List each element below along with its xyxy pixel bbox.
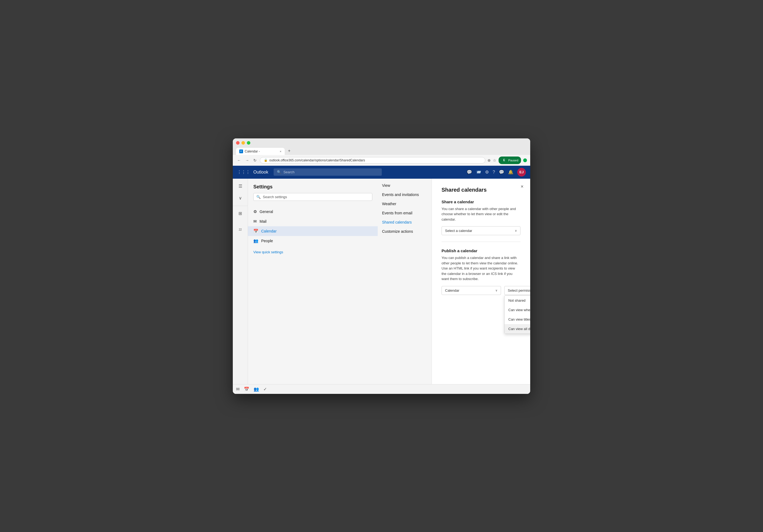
minimize-traffic-button[interactable] xyxy=(242,141,245,145)
sidebar-date: 22 xyxy=(239,228,242,231)
settings-nav: ⚙ General ✉ Mail 📅 Calendar xyxy=(248,205,378,248)
close-traffic-button[interactable] xyxy=(236,141,240,145)
paused-label: Paused xyxy=(508,159,518,162)
option-can-view-busy[interactable]: Can view when I'm busy xyxy=(504,305,530,315)
settings-nav-mail[interactable]: ✉ Mail xyxy=(248,217,378,226)
calendar-value: Calendar xyxy=(445,288,459,292)
subnav-events-from-email[interactable]: Events from email xyxy=(378,208,432,218)
outlook-header: ⋮⋮⋮ Outlook 🔍 Search 💬 📨 ⚙ ? 💬 🔔 EJ xyxy=(233,166,530,179)
paused-button[interactable]: E Paused xyxy=(498,157,521,164)
lock-icon: 🔒 xyxy=(264,159,268,162)
traffic-lights xyxy=(236,141,527,145)
sidebar-grid-icon[interactable]: ⊞ xyxy=(235,208,246,219)
share-calendar-section: Share a calendar You can share a calenda… xyxy=(442,199,520,236)
settings-title: Settings xyxy=(253,184,372,190)
select-calendar-dropdown[interactable]: Select a calendar ∨ xyxy=(442,226,520,235)
feedback-icon[interactable]: 💬 xyxy=(499,169,504,175)
teams-icon[interactable]: 📨 xyxy=(476,169,481,175)
address-url: outlook.office365.com/calendar/options/c… xyxy=(269,159,365,162)
calendar-value-dropdown[interactable]: Calendar ∨ xyxy=(442,286,501,295)
settings-icon[interactable]: ⚙ xyxy=(485,169,489,175)
settings-nav-general[interactable]: ⚙ General xyxy=(248,207,378,217)
settings-panel: Settings 🔍 Search settings ⚙ General xyxy=(248,179,378,384)
active-tab[interactable]: C Calendar - × xyxy=(236,148,285,155)
header-actions: 💬 📨 ⚙ ? 💬 🔔 EJ xyxy=(467,168,526,176)
option-can-view-all[interactable]: Can view all details xyxy=(504,324,530,334)
bottom-people-icon[interactable]: 👥 xyxy=(254,386,259,392)
close-button[interactable]: × xyxy=(518,183,526,191)
forward-button[interactable]: → xyxy=(244,158,250,163)
sidebar-expand-icon[interactable]: ∨ xyxy=(235,193,246,204)
paused-avatar: E xyxy=(501,157,507,163)
publish-section-title: Publish a calendar xyxy=(442,249,520,253)
subnav-customize-actions[interactable]: Customize actions xyxy=(378,227,432,236)
mail-label: Mail xyxy=(260,219,267,224)
search-label: Search xyxy=(283,170,294,174)
section-divider xyxy=(442,242,520,242)
people-icon: 👥 xyxy=(253,239,259,243)
permissions-placeholder: Select permissions xyxy=(508,288,530,292)
address-input[interactable]: 🔒 outlook.office365.com/calendar/options… xyxy=(260,157,485,163)
tab-favicon: C xyxy=(239,150,243,153)
settings-search-placeholder: Search settings xyxy=(263,195,287,199)
subnav-view[interactable]: View xyxy=(378,181,432,190)
bottom-calendar-icon[interactable]: 📅 xyxy=(244,386,249,392)
view-quick-settings-link[interactable]: View quick settings xyxy=(248,248,378,256)
browser-window: C Calendar - × + ← → ↻ 🔒 outlook.office3… xyxy=(233,139,530,394)
calendar-label: Calendar xyxy=(261,229,276,233)
new-tab-button[interactable]: + xyxy=(285,147,293,155)
search-icon: 🔍 xyxy=(277,170,281,174)
tab-close-button[interactable]: × xyxy=(280,150,281,153)
permissions-dropdown-menu: Not shared Can view when I'm busy Can vi… xyxy=(504,295,530,334)
subnav-events[interactable]: Events and invitations xyxy=(378,190,432,199)
publish-calendar-section: Publish a calendar You can publish a cal… xyxy=(442,249,520,295)
calendar-dropdown-arrow: ∨ xyxy=(495,289,497,292)
chat-icon[interactable]: 💬 xyxy=(467,169,472,175)
outlook-app: ⋮⋮⋮ Outlook 🔍 Search 💬 📨 ⚙ ? 💬 🔔 EJ ☰ ∨ xyxy=(233,166,530,394)
extension-dot xyxy=(523,159,527,162)
people-label: People xyxy=(261,239,273,243)
option-not-shared[interactable]: Not shared xyxy=(504,296,530,305)
share-section-title: Share a calendar xyxy=(442,199,520,204)
option-can-view-titles[interactable]: Can view titles and locations xyxy=(504,315,530,324)
header-search[interactable]: 🔍 Search xyxy=(273,168,382,176)
select-calendar-arrow: ∨ xyxy=(515,229,517,233)
bookmark-icon[interactable]: ☆ xyxy=(493,158,496,162)
sidebar-menu-icon[interactable]: ☰ xyxy=(235,181,246,192)
user-avatar[interactable]: EJ xyxy=(517,168,526,176)
address-bar: ← → ↻ 🔒 outlook.office365.com/calendar/o… xyxy=(233,155,530,166)
settings-nav-calendar[interactable]: 📅 Calendar xyxy=(248,226,378,236)
permissions-dropdown[interactable]: Select permissions ∨ xyxy=(504,286,530,295)
select-calendar-placeholder: Select a calendar xyxy=(445,229,472,233)
extensions-icon[interactable]: ⊕ xyxy=(488,158,491,162)
settings-nav-people[interactable]: 👥 People xyxy=(248,236,378,246)
subnav-weather[interactable]: Weather xyxy=(378,199,432,208)
subnav-shared-calendars[interactable]: Shared calendars xyxy=(378,218,432,227)
bottom-mail-icon[interactable]: ✉ xyxy=(236,386,240,392)
sidebar-divider xyxy=(233,206,248,206)
settings-search-box[interactable]: 🔍 Search settings xyxy=(253,193,372,201)
back-button[interactable]: ← xyxy=(236,158,242,163)
help-icon[interactable]: ? xyxy=(492,170,495,175)
left-sidebar: ☰ ∨ ⊞ 22 xyxy=(233,179,248,384)
brand-label: Outlook xyxy=(253,170,268,175)
maximize-traffic-button[interactable] xyxy=(247,141,250,145)
permissions-container: Select permissions ∨ Not shared Can view… xyxy=(504,286,530,295)
bottom-tasks-icon[interactable]: ✓ xyxy=(263,386,267,392)
calendar-icon: 📅 xyxy=(253,229,259,234)
publish-section-desc: You can publish a calendar and share a l… xyxy=(442,255,520,282)
calendar-area: Settings 🔍 Search settings ⚙ General xyxy=(248,179,530,384)
settings-overlay: Settings 🔍 Search settings ⚙ General xyxy=(248,179,530,384)
general-label: General xyxy=(260,209,273,214)
settings-header: Settings 🔍 Search settings xyxy=(248,179,378,205)
bell-icon[interactable]: 🔔 xyxy=(508,169,513,175)
addressbar-actions: ⊕ ☆ E Paused xyxy=(488,157,527,164)
app-body: ☰ ∨ ⊞ 22 Settings 🔍 xyxy=(233,179,530,384)
refresh-button[interactable]: ↻ xyxy=(252,158,258,163)
main-content-panel: × Shared calendars Share a calendar You … xyxy=(432,179,530,384)
subnav-panel: View Events and invitations Weather Even… xyxy=(378,179,432,384)
grid-icon[interactable]: ⋮⋮⋮ xyxy=(237,169,250,175)
browser-tabs: C Calendar - × + xyxy=(236,147,527,155)
panel-title: Shared calendars xyxy=(442,187,520,193)
publish-controls-row: Calendar ∨ Select permissions ∨ xyxy=(442,286,520,295)
